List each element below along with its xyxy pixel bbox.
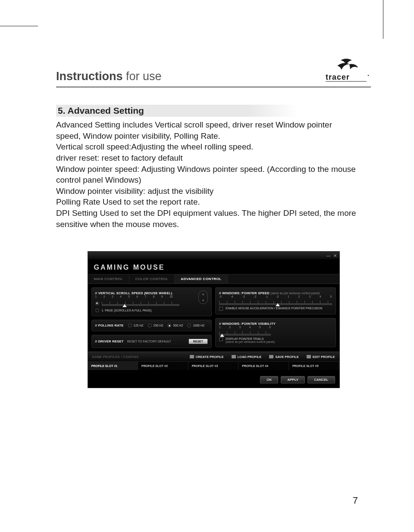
profiles-title-text: GAME PROFILES: [92, 355, 120, 358]
vscroll-fullpage-label: 1. PAGE (SCROLLES A FULL PAGE): [102, 309, 152, 312]
radio-icon: [187, 324, 191, 327]
checkbox-icon: [219, 337, 223, 341]
pspeed-accel-check[interactable]: ENABLE MOUSE ACCELERATION / ENHANCE POIN…: [219, 307, 332, 311]
page-header: Instructions for use tracer: [56, 58, 371, 83]
brand-wordmark: tracer: [326, 73, 350, 81]
edit-profile-label: EDIT PROFILE: [313, 355, 335, 359]
panel-driver-reset: // DRIVER RESET RESET TO FACTORY DEFAULT…: [91, 335, 212, 348]
polling-125[interactable]: 125 HZ: [128, 324, 144, 327]
tick: -4: [231, 295, 233, 298]
para-3: driver reset: reset to factory default: [56, 153, 183, 162]
app-window: — ✕ GAMING MOUSE MAIN CONTROL COLOR CONT…: [88, 251, 340, 388]
polling-label: 500 HZ: [173, 324, 183, 327]
page-title: Instructions for use: [56, 70, 162, 83]
bottom-actions: OK APPLY CANCEL: [88, 370, 339, 388]
plus-icon: [190, 355, 194, 358]
tabs: MAIN CONTROL COLOR CONTROL ADVANCED CONT…: [88, 274, 339, 284]
polling-label: 1000 HZ: [193, 324, 204, 327]
para-5: Window pointer visibility: adjust the vi…: [56, 187, 213, 196]
pspeed-sub: (same as per windows control panel): [270, 292, 320, 295]
wrench-icon: [307, 355, 311, 358]
pvis-trails-check[interactable]: DISPLAY POINTER TRAILS (same as per wind…: [219, 337, 332, 343]
tick: 4: [320, 295, 321, 298]
radio-icon: [128, 324, 132, 327]
left-column: // VERTICAL SCROLL SPEED (MOUSE WHEEL) ▴…: [91, 287, 212, 348]
tick: 3: [112, 295, 113, 298]
create-profile-button[interactable]: CREATE PROFILE: [190, 355, 224, 359]
cancel-button[interactable]: CANCEL: [307, 376, 335, 383]
pvis-slider[interactable]: [219, 331, 271, 336]
polling-500[interactable]: 500 HZ: [167, 324, 183, 327]
tick: 6: [269, 326, 271, 329]
profiles-sub: / CONFIGS: [121, 355, 138, 358]
tab-main-control[interactable]: MAIN CONTROL: [88, 274, 129, 283]
tick: -2: [254, 295, 257, 298]
pvis-title: // WINDOWS: POINTER VISIBILITY: [219, 322, 332, 326]
crop-mark-vertical: [383, 0, 383, 39]
radio-icon: [167, 324, 171, 327]
profile-slots: PROFILE SLOT #1 PROFILE SLOT #2 PROFILE …: [88, 361, 339, 370]
slider-thumb-icon[interactable]: [122, 304, 127, 307]
load-profile-button[interactable]: LOAD PROFILE: [232, 355, 262, 359]
slider-thumb-icon[interactable]: [276, 303, 280, 306]
disk-icon: [269, 355, 273, 358]
pspeed-title: // WINDOWS: POINTER SPEED: [219, 291, 270, 295]
profile-slot-2[interactable]: PROFILE SLOT #2: [138, 362, 188, 370]
tab-advanced-control[interactable]: ADVANCED CONTROL: [175, 274, 228, 283]
profile-slot-5[interactable]: PROFILE SLOT #5: [289, 362, 339, 370]
crop-mark-horizontal: [0, 26, 38, 26]
folder-icon: [232, 355, 236, 358]
para-4: Window pointer speed: Adjusting Windows …: [56, 165, 356, 185]
tick: 5: [128, 295, 130, 298]
radio-icon: [95, 302, 99, 305]
tick: 9: [161, 295, 163, 298]
checkbox-icon: [219, 307, 223, 311]
profile-slot-3[interactable]: PROFILE SLOT #3: [188, 362, 239, 370]
ok-button[interactable]: OK: [260, 376, 278, 383]
para-1: Advanced Setting includes Vertical scrol…: [56, 120, 332, 140]
slider-thumb-icon[interactable]: [220, 334, 224, 337]
tick: 2: [298, 295, 300, 298]
edit-profile-button[interactable]: EDIT PROFILE: [307, 355, 335, 359]
vscroll-radio-fullpage[interactable]: 1. PAGE (SCROLLES A FULL PAGE): [95, 308, 208, 312]
vscroll-slider[interactable]: [102, 302, 179, 306]
radio-icon: [148, 324, 152, 327]
tick: 6: [136, 295, 138, 298]
pspeed-ticks: -5 -4 -3 -2 -1 0 1 2 3 4 5: [219, 295, 332, 298]
polling-1000[interactable]: 1000 HZ: [187, 324, 204, 327]
save-profile-button[interactable]: SAVE PROFILE: [269, 355, 298, 359]
tab-color-control[interactable]: COLOR CONTROL: [129, 274, 175, 283]
pvis-sub: (same as per windows control panel): [226, 340, 275, 343]
close-icon[interactable]: ✕: [333, 253, 337, 258]
tick: 0: [277, 295, 279, 298]
pspeed-slider[interactable]: [219, 301, 332, 305]
tick: 1: [219, 326, 221, 329]
tick: 3: [239, 326, 241, 329]
tick: -1: [265, 295, 268, 298]
tick: 1: [288, 295, 289, 298]
svg-point-0: [368, 75, 369, 76]
tick: 4: [249, 326, 251, 329]
tick: 4: [120, 295, 122, 298]
vscroll-radio-slider[interactable]: [95, 299, 208, 308]
minimize-icon[interactable]: —: [326, 253, 331, 258]
reset-button[interactable]: RESET: [188, 339, 208, 344]
pvis-trails-label: DISPLAY POINTER TRAILS: [226, 337, 275, 340]
apply-button[interactable]: APPLY: [281, 376, 305, 383]
radio-icon: [95, 308, 99, 312]
tick: 5: [259, 326, 261, 329]
tick: 7: [145, 295, 147, 298]
profile-slot-1[interactable]: PROFILE SLOT #1: [88, 362, 138, 370]
polling-250[interactable]: 250 HZ: [148, 324, 163, 327]
panel-pointer-visibility: // WINDOWS: POINTER VISIBILITY 1 2 3 4 5…: [215, 318, 336, 347]
pspeed-accel-label: ENABLE MOUSE ACCELERATION / ENHANCE POIN…: [226, 307, 322, 310]
para-2: Vertical scroll speed:Adjusting the whee…: [56, 142, 253, 151]
right-column: // WINDOWS: POINTER SPEED (same as per w…: [215, 287, 336, 348]
tick: 2: [104, 295, 105, 298]
header-divider: [56, 87, 371, 87]
page-content: Instructions for use tracer 5. Advanced …: [56, 58, 371, 388]
profile-slot-4[interactable]: PROFILE SLOT #4: [238, 362, 289, 370]
tick: 8: [153, 295, 155, 298]
vscroll-ticks: 1 2 3 4 5 6 7 8 9 10: [95, 295, 173, 298]
brand-logo: tracer: [323, 58, 371, 83]
